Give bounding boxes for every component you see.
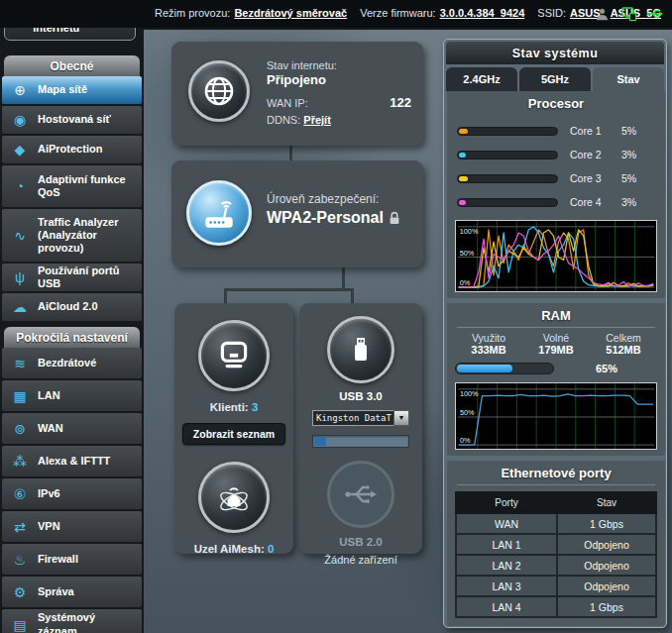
operation-mode-link[interactable]: Bezdrátový směrovač xyxy=(234,7,347,19)
tab-2.4ghz[interactable]: 2.4GHz xyxy=(446,67,517,91)
sidebar-item-hostovan-s-[interactable]: ◉Hostovaná síť xyxy=(2,106,142,134)
ethernet-port-row: LAN 41 Gbps xyxy=(456,596,656,617)
usb3-stick-icon[interactable] xyxy=(327,316,394,383)
client-icon[interactable] xyxy=(593,5,611,23)
sidebar-item-lan[interactable]: ▦LAN xyxy=(2,380,142,411)
sidebar-item-label: Systémový záznam xyxy=(38,611,136,633)
ethernet-port-cell: LAN 3 xyxy=(456,576,557,596)
lan-icon: ▦ xyxy=(10,388,30,404)
core-usage-fill xyxy=(459,153,466,158)
clients-panel: Klienti: 3 Zobrazit seznam Uzel AiMesh: … xyxy=(174,303,293,554)
sidebar-item-wan[interactable]: ⊚WAN xyxy=(2,413,142,444)
ethernet-header-cell: Stav xyxy=(557,492,656,513)
sidebar-section-header: Obecné xyxy=(4,55,140,76)
usb2-trident-icon[interactable] xyxy=(327,461,394,528)
sidebar-item-label: Firewall xyxy=(38,553,78,566)
ethernet-divider xyxy=(457,484,655,485)
connector-internet-security xyxy=(289,146,292,160)
ethernet-port-cell: Odpojeno xyxy=(557,534,656,555)
tab-5ghz[interactable]: 5GHz xyxy=(519,67,591,91)
ethernet-port-cell: Odpojeno xyxy=(557,576,656,596)
cpu-title: Procesor xyxy=(447,91,665,111)
sidebar-item-aicloud-2-0[interactable]: ☁AiCloud 2.0 xyxy=(2,293,142,321)
router-icon[interactable] xyxy=(186,180,252,246)
connector-branch-horizontal xyxy=(224,288,354,291)
clients-label: Klienti: xyxy=(210,401,249,413)
tab-stav[interactable]: Stav xyxy=(593,67,664,91)
internet-status-value: Připojeno xyxy=(267,72,411,87)
core-percent: 5% xyxy=(621,125,636,137)
aimesh-icon[interactable] xyxy=(198,462,270,533)
sidebar-item-alexa-ifttt[interactable]: ⁂Alexa & IFTTT xyxy=(2,446,142,476)
svg-text:0%: 0% xyxy=(460,278,471,287)
system-status-column: Stav systému 2.4GHz5GHzStav Procesor Cor… xyxy=(443,39,667,628)
sidebar: ⚙ Rychlé nastavení internetu Obecné⊕Mapa… xyxy=(0,28,144,633)
aimesh-count: 0 xyxy=(268,543,274,555)
svg-text:100%: 100% xyxy=(460,227,479,236)
ram-card: RAM Využito 333MB Volné 179MB Celkem 512… xyxy=(447,303,665,456)
usb-device-value: Kingston DataT xyxy=(312,410,393,426)
core-usage-row: Core 35% xyxy=(447,166,665,190)
guest-network-icon: ◉ xyxy=(10,112,30,128)
sidebar-item-aiprotection[interactable]: ◆AiProtection xyxy=(2,136,142,163)
sidebar-item-spr-va[interactable]: ⚙Správa xyxy=(2,577,142,607)
svg-text:0%: 0% xyxy=(460,436,471,445)
ethernet-port-cell: 1 Gbps xyxy=(557,513,656,534)
ram-used-label: Využito xyxy=(455,332,522,344)
core-label: Core 4 xyxy=(570,196,614,208)
operation-mode-label: Režim provozu: xyxy=(155,7,230,19)
firmware-version-link[interactable]: 3.0.0.4.384_9424 xyxy=(440,7,525,19)
usb-stick-icon: ψ xyxy=(10,269,30,285)
sidebar-item-vpn[interactable]: ⇄VPN xyxy=(2,511,142,542)
vpn-icon: ⇄ xyxy=(10,519,30,535)
connector-security-down xyxy=(342,267,345,290)
ram-title: RAM xyxy=(447,303,665,323)
core-usage-fill xyxy=(459,200,466,205)
network-map-content: Stav internetu: Připojeno WAN IP: 122 DD… xyxy=(144,28,672,633)
ram-percent: 65% xyxy=(596,363,617,374)
security-level-label: Úroveň zabezpečení: xyxy=(267,192,400,206)
connector-branch-right xyxy=(351,288,354,303)
ram-divider xyxy=(457,327,655,328)
ethernet-port-cell: 1 Gbps xyxy=(557,596,656,617)
core-usage-bar xyxy=(457,127,558,136)
sidebar-item-bezdr-tov-[interactable]: ≋Bezdrátové xyxy=(2,348,142,378)
core-percent: 3% xyxy=(621,196,636,208)
core-label: Core 2 xyxy=(570,149,614,160)
network-devices-icon[interactable] xyxy=(619,5,637,23)
sidebar-item-label: VPN xyxy=(38,520,60,533)
ram-usage-fill xyxy=(457,365,512,372)
ethernet-title: Ethernetové porty xyxy=(447,461,665,480)
sidebar-item-label: IPv6 xyxy=(38,487,60,500)
chevron-down-icon[interactable]: ▼ xyxy=(393,410,409,426)
usb2-label: USB 2.0 xyxy=(299,536,422,548)
firmware-label: Verze firmwaru: xyxy=(360,7,435,19)
sidebar-item-label: Adaptivní funkce QoS xyxy=(38,173,136,199)
show-client-list-button[interactable]: Zobrazit seznam xyxy=(182,423,285,445)
sidebar-item-syst-mov-z-znam[interactable]: ▤Systémový záznam xyxy=(2,609,142,633)
ddns-link[interactable]: Přejít xyxy=(303,114,331,126)
sidebar-item-adaptivn-funkce-qos[interactable]: ◔Adaptivní funkce QoS xyxy=(2,165,142,207)
core-usage-fill xyxy=(459,129,468,134)
clients-monitor-icon[interactable] xyxy=(198,320,270,391)
ssid-label: SSID: xyxy=(537,7,566,19)
shield-icon: ◆ xyxy=(10,142,30,158)
ethernet-port-row: LAN 2Odpojeno xyxy=(456,555,656,576)
sidebar-section-header: Pokročilá nastavení xyxy=(4,327,140,348)
usb-icon[interactable] xyxy=(646,5,664,23)
sidebar-item-mapa-s-t-[interactable]: ⊕Mapa sítě xyxy=(2,76,142,104)
usb-device-dropdown[interactable]: Kingston DataT ▼ xyxy=(312,410,409,426)
ethernet-ports-card: Ethernetové porty PortyStav WAN1 GbpsLAN… xyxy=(447,461,665,626)
ethernet-port-cell: LAN 1 xyxy=(456,534,557,555)
sidebar-item-pou-v-n-port-usb[interactable]: ψPoužívání portů USB xyxy=(2,264,142,291)
network-map-icon: ⊕ xyxy=(10,82,30,98)
sidebar-item-firewall[interactable]: ♨Firewall xyxy=(2,544,142,575)
ram-total-value: 512MB xyxy=(590,344,657,356)
sidebar-item-label: Mapa sítě xyxy=(38,83,87,96)
sidebar-item-ipv6[interactable]: ⑥IPv6 xyxy=(2,478,142,509)
sidebar-item-traffic-analyzer-analyz-tor-provozu-[interactable]: ∿Traffic Analyzer (Analyzátor provozu) xyxy=(2,209,142,262)
ethernet-port-row: WAN1 Gbps xyxy=(456,513,656,534)
globe-icon[interactable] xyxy=(188,60,250,122)
internet-status-panel: Stav internetu: Připojeno WAN IP: 122 DD… xyxy=(171,42,423,146)
cpu-core-rows: Core 15%Core 23%Core 35%Core 43% xyxy=(447,119,665,214)
